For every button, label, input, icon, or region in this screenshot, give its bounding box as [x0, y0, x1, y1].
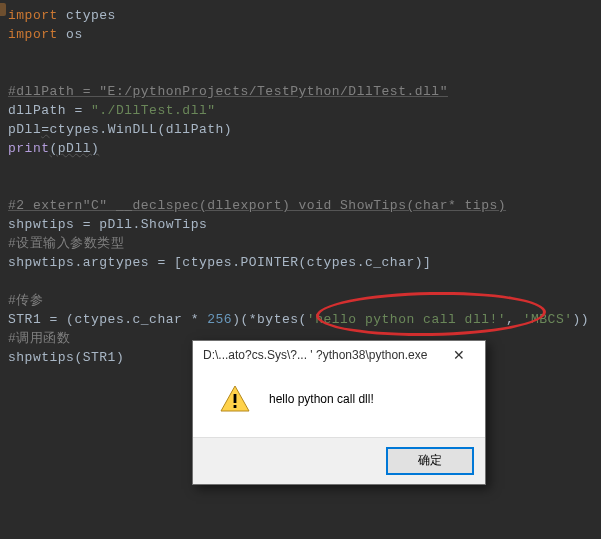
gutter-marker [0, 3, 6, 16]
code-line-14: #传参 [8, 291, 601, 310]
str1-g: )) [573, 312, 590, 327]
close-icon[interactable]: ✕ [439, 347, 479, 363]
code-line-7: print(pDll) [8, 139, 601, 158]
code-line-6: pDll=ctypes.WinDLL(dllPath) [8, 120, 601, 139]
string-dllpath: "./DllTest.dll" [91, 103, 216, 118]
call-shpwtips: shpwtips(STR1) [8, 350, 124, 365]
keyword-import: import [8, 27, 58, 42]
messagebox-dialog: D:\...ato?cs.Sys\?... ' ?ython38\python.… [192, 340, 486, 485]
call-windll: ctypes.WinDLL(dllPath) [50, 122, 233, 137]
str1-a: STR1 = (ctypes.c_char * [8, 312, 207, 327]
code-editor[interactable]: import ctypes import os #dllPath = "E:/p… [0, 0, 601, 367]
module-os: os [58, 27, 83, 42]
literal-256: 256 [207, 312, 232, 327]
dialog-body: hello python call dll! [193, 369, 485, 437]
code-line-9: #2 extern"C" __declspec(dllexport) void … [8, 196, 601, 215]
code-line-blank [8, 63, 601, 82]
print-arg: (pDll) [50, 141, 100, 156]
assign-dllpath: dllPath = [8, 103, 91, 118]
svg-rect-0 [234, 394, 237, 403]
string-mbcs: 'MBCS' [523, 312, 573, 327]
warn-underline: = [41, 122, 49, 137]
code-line-12: shpwtips.argtypes = [ctypes.POINTER(ctyp… [8, 253, 601, 272]
code-line-blank [8, 44, 601, 63]
keyword-import: import [8, 8, 58, 23]
str1-c: )(*bytes( [232, 312, 307, 327]
comment-argtypes: #设置输入参数类型 [8, 236, 124, 251]
comment-call-fn: #调用函数 [8, 331, 70, 346]
ok-button[interactable]: 确定 [387, 448, 473, 474]
code-line-11: #设置输入参数类型 [8, 234, 601, 253]
assign-shpwtips: shpwtips = pDll.ShowTips [8, 217, 207, 232]
code-line-1: import ctypes [8, 6, 601, 25]
code-line-blank [8, 177, 601, 196]
code-line-blank [8, 158, 601, 177]
comment-extern: #2 extern"C" __declspec(dllexport) void … [8, 198, 506, 213]
comment-dllpath: #dllPath = "E:/pythonProjects/TestPython… [8, 84, 448, 99]
code-line-10: shpwtips = pDll.ShowTips [8, 215, 601, 234]
str1-e: , [506, 312, 523, 327]
var-pdll: pDll [8, 122, 41, 137]
string-hello: 'hello python call dll!' [307, 312, 506, 327]
module-ctypes: ctypes [58, 8, 116, 23]
code-line-blank [8, 272, 601, 291]
dialog-button-row: 确定 [193, 437, 485, 484]
set-argtypes: shpwtips.argtypes = [ctypes.POINTER(ctyp… [8, 255, 431, 270]
builtin-print: print [8, 141, 50, 156]
code-line-5: dllPath = "./DllTest.dll" [8, 101, 601, 120]
dialog-title: D:\...ato?cs.Sys\?... ' ?ython38\python.… [203, 348, 439, 362]
code-line-15: STR1 = (ctypes.c_char * 256)(*bytes('hel… [8, 310, 601, 329]
code-line-2: import os [8, 25, 601, 44]
code-line-4: #dllPath = "E:/pythonProjects/TestPython… [8, 82, 601, 101]
svg-rect-1 [234, 405, 237, 408]
dialog-message: hello python call dll! [269, 392, 374, 406]
dialog-titlebar[interactable]: D:\...ato?cs.Sys\?... ' ?ython38\python.… [193, 341, 485, 369]
comment-pass-param: #传参 [8, 293, 43, 308]
warning-icon [219, 383, 251, 415]
